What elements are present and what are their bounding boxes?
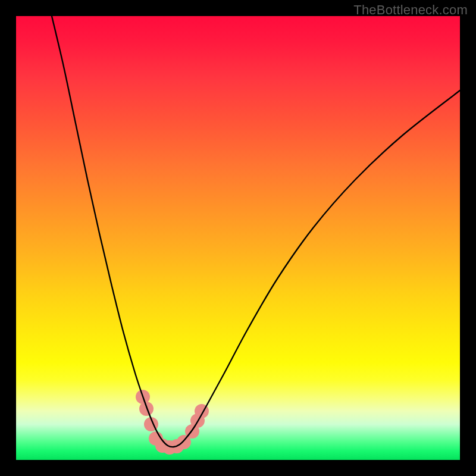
highlight-dot <box>139 402 154 416</box>
bottleneck-curve <box>52 16 460 447</box>
outer-frame: TheBottleneck.com <box>0 0 476 476</box>
chart-svg <box>16 16 460 460</box>
watermark-text: TheBottleneck.com <box>353 2 468 18</box>
plot-area <box>16 16 460 460</box>
